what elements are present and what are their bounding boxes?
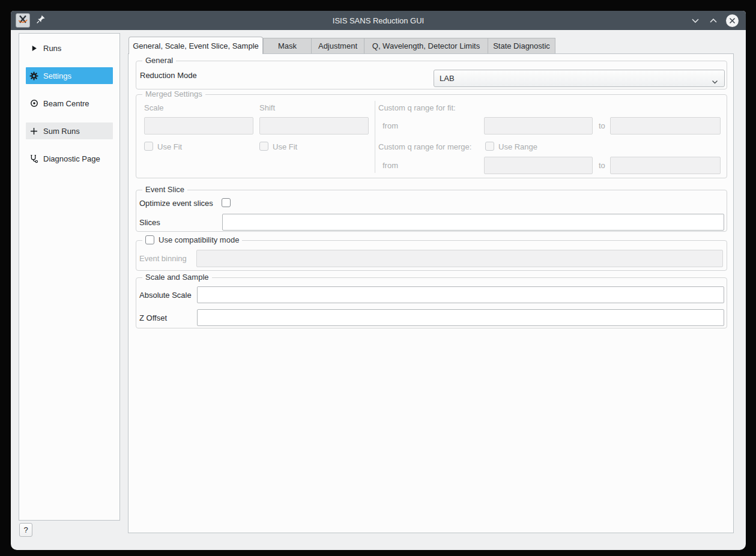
fit-to-label: to — [599, 121, 605, 130]
reduction-mode-label: Reduction Mode — [140, 71, 197, 80]
scale-input — [144, 117, 253, 134]
shift-input — [259, 117, 369, 134]
scale-use-fit-label: Use Fit — [157, 142, 182, 151]
chevron-down-icon[interactable] — [690, 15, 701, 26]
merged-settings-group: Merged Settings Scale Shift Custom q ran… — [136, 94, 727, 178]
fit-from-label: from — [383, 121, 398, 130]
scale-label: Scale — [144, 103, 164, 112]
titlebar: ISIS SANS Reduction GUI — [11, 11, 746, 30]
scale-and-sample-group: Scale and Sample Absolute Scale Z Offset — [136, 277, 727, 328]
slices-label: Slices — [139, 218, 160, 227]
sidebar-item-sum-runs[interactable]: Sum Runs — [26, 122, 113, 139]
shift-use-fit-label: Use Fit — [273, 142, 297, 151]
gear-icon — [29, 71, 39, 81]
window-title: ISIS SANS Reduction GUI — [11, 16, 746, 25]
divider — [375, 101, 375, 173]
plus-icon — [29, 126, 39, 136]
merge-to-input — [610, 157, 721, 174]
app-menu-button[interactable] — [16, 13, 30, 28]
scale-use-fit-checkbox — [144, 142, 153, 151]
group-title: Event Slice — [142, 185, 187, 194]
group-title: Use compatibility mode — [142, 235, 242, 244]
event-slice-group: Event Slice Optimize event slices Slices — [136, 190, 727, 232]
tab-content-pane: General Reduction Mode LAB Merged Settin… — [128, 53, 734, 533]
custom-q-merge-label: Custom q range for merge: — [378, 142, 471, 151]
merge-to-label: to — [599, 161, 605, 170]
use-range-label: Use Range — [498, 142, 537, 151]
close-icon[interactable] — [726, 14, 739, 27]
use-range-checkbox — [485, 142, 494, 151]
mantid-x-logo-icon — [17, 14, 28, 27]
sidebar-item-diagnostic-page[interactable]: Diagnostic Page — [26, 150, 113, 167]
reduction-mode-value: LAB — [440, 74, 455, 83]
fit-to-input — [610, 117, 721, 134]
target-circle-icon — [29, 98, 39, 109]
shift-use-fit-checkbox — [259, 142, 268, 151]
sidebar-item-runs[interactable]: Runs — [26, 40, 113, 56]
sidebar-item-settings[interactable]: Settings — [26, 67, 113, 84]
slices-input[interactable] — [222, 214, 724, 231]
custom-q-fit-label: Custom q range for fit: — [378, 103, 456, 112]
shift-label: Shift — [259, 103, 275, 112]
sidebar-item-label: Settings — [43, 71, 71, 80]
chevron-down-icon — [712, 77, 718, 86]
z-offset-input[interactable] — [197, 309, 724, 326]
fit-from-input — [484, 117, 593, 134]
tab-mask[interactable]: Mask — [263, 38, 312, 53]
tab-state-diagnostic[interactable]: State Diagnostic — [488, 38, 555, 53]
optimize-event-slices-label: Optimize event slices — [139, 199, 213, 208]
sidebar-item-label: Beam Centre — [43, 99, 89, 108]
group-title: Merged Settings — [142, 89, 205, 98]
tab-bar: General, Scale, Event Slice, Sample Mask… — [129, 37, 555, 54]
play-triangle-icon — [29, 43, 39, 53]
stethoscope-icon — [29, 154, 39, 164]
tab-general-scale-event-slice-sample[interactable]: General, Scale, Event Slice, Sample — [129, 37, 263, 54]
use-compatibility-mode-label: Use compatibility mode — [159, 235, 239, 244]
sidebar: Runs — [19, 33, 120, 521]
z-offset-label: Z Offset — [139, 313, 167, 322]
sidebar-item-beam-centre[interactable]: Beam Centre — [26, 95, 113, 112]
absolute-scale-label: Absolute Scale — [139, 291, 192, 300]
general-group: General Reduction Mode LAB — [136, 61, 727, 89]
absolute-scale-input[interactable] — [197, 286, 724, 303]
tab-q-wavelength-detector-limits[interactable]: Q, Wavelength, Detector Limits — [364, 38, 488, 53]
app-window: ISIS SANS Reduction GUI Runs — [11, 11, 746, 550]
pushpin-icon[interactable] — [36, 14, 46, 26]
merge-from-input — [484, 157, 593, 174]
event-binning-label: Event binning — [139, 254, 187, 263]
use-compatibility-mode-checkbox[interactable] — [145, 235, 154, 244]
optimize-event-slices-checkbox[interactable] — [222, 198, 231, 207]
group-title: Scale and Sample — [142, 273, 212, 282]
chevron-up-icon[interactable] — [708, 15, 719, 26]
merge-from-label: from — [383, 161, 398, 170]
compatibility-group: Use compatibility mode Event binning — [136, 240, 727, 271]
group-title: General — [142, 56, 176, 65]
sidebar-item-label: Sum Runs — [43, 127, 80, 136]
reduction-mode-select[interactable]: LAB — [434, 70, 725, 87]
sidebar-item-label: Diagnostic Page — [43, 154, 100, 163]
event-binning-input — [196, 250, 723, 267]
tab-adjustment[interactable]: Adjustment — [312, 38, 364, 53]
sidebar-item-label: Runs — [43, 44, 61, 53]
help-button[interactable]: ? — [19, 523, 32, 537]
